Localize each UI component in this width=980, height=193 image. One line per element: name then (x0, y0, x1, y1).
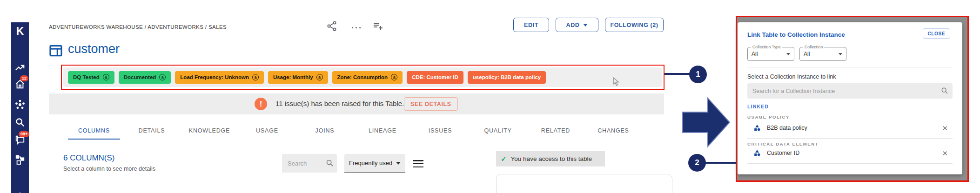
check-icon: ✓ (501, 155, 507, 163)
tag-zone[interactable]: Zone: Consumption a (332, 71, 403, 84)
instance-search-input[interactable] (747, 83, 953, 99)
columns-subtitle: Select a column to see more details (63, 166, 155, 172)
collection-type-label: Collection Type (751, 45, 782, 49)
chat-badge: 99+ (19, 131, 29, 137)
see-details-button[interactable]: SEE DETAILS (404, 97, 458, 111)
network-nodes-icon[interactable] (15, 100, 25, 110)
issues-alert-bar: ! 11 issue(s) has been raised for this T… (49, 93, 664, 114)
chevron-down-icon (396, 162, 401, 165)
auto-rule-icon: a (252, 74, 259, 80)
annotation-connector-1 (665, 73, 690, 75)
tab-usage[interactable]: USAGE (238, 122, 296, 140)
page: K 12 99+ ADVENTUREWORKS WAREHOUSE / ADVE… (0, 0, 980, 193)
warning-icon: ! (255, 98, 267, 110)
annotation-circle-2: 2 (688, 154, 706, 172)
linked-item-label: Customer ID (767, 150, 799, 156)
link-collection-modal: Link Table to Collection Instance CLOSE … (738, 22, 962, 174)
tab-changes[interactable]: CHANGES (584, 122, 642, 140)
divider (747, 138, 953, 139)
tab-issues[interactable]: ISSUES (411, 122, 469, 140)
auto-rule-icon: a (391, 74, 397, 80)
tab-knowledge[interactable]: KNOWLEDGE (181, 122, 238, 140)
remove-icon[interactable]: ✕ (942, 150, 948, 157)
remove-icon[interactable]: ✕ (942, 125, 948, 132)
close-button[interactable]: CLOSE (923, 28, 950, 39)
sidebar: K 12 99+ (11, 22, 29, 193)
select-instance-prompt: Select a Collection Instance to link (747, 73, 836, 80)
home-icon[interactable]: 12 (15, 79, 25, 89)
big-right-arrow (682, 97, 731, 150)
tag-label: CDE: Customer ID (412, 74, 458, 80)
following-button[interactable]: FOLLOWING (2) (605, 18, 664, 32)
tag-label: DQ Tested (73, 74, 100, 80)
usage-policy-group-label: USAGE POLICY (747, 114, 790, 120)
modal-title: Link Table to Collection Instance (747, 31, 845, 38)
chevron-down-icon (583, 24, 588, 27)
mouse-cursor (612, 77, 620, 88)
tag-label: Zone: Consumption (337, 74, 388, 80)
column-list-card (496, 174, 672, 193)
tab-bar: COLUMNS DETAILS KNOWLEDGE USAGE JOINS LI… (65, 122, 642, 140)
edit-button[interactable]: EDIT (513, 18, 549, 32)
trending-up-icon[interactable] (15, 63, 25, 73)
tag-usepolicy[interactable]: usepolicy: B2B data policy (468, 71, 546, 84)
search-icon (326, 159, 334, 167)
collection-label: Collection (803, 45, 824, 49)
add-button-label: ADD (566, 22, 580, 28)
tab-details[interactable]: DETAILS (123, 122, 181, 140)
linked-item-label: B2B data policy (767, 125, 807, 131)
divider (747, 67, 953, 67)
access-status-text: You have access to this table (511, 155, 592, 162)
sort-select-value: Frequently used (349, 160, 392, 166)
tag-bar: DQ Tested a Documented a Load Frequency:… (63, 67, 662, 87)
column-search (282, 154, 337, 173)
alert-text: 11 issue(s) has been raised for this Tab… (275, 100, 404, 107)
tab-columns[interactable]: COLUMNS (65, 122, 123, 140)
collection-type-value: All (752, 51, 758, 57)
tab-lineage[interactable]: LINEAGE (354, 122, 411, 140)
tag-label: Usage: Monthly (273, 74, 313, 80)
auto-rule-icon: a (103, 74, 109, 80)
collection-value: All (804, 51, 810, 57)
tag-label: Documented (124, 74, 156, 80)
tab-joins[interactable]: JOINS (296, 122, 354, 140)
list-view-icon[interactable] (413, 160, 423, 169)
tab-quality[interactable]: QUALITY (469, 122, 527, 140)
tag-documented[interactable]: Documented a (119, 71, 171, 84)
annotation-connector-2 (705, 162, 736, 164)
tag-dq-tested[interactable]: DQ Tested a (68, 71, 114, 84)
bookmark-icon[interactable] (15, 188, 25, 193)
tab-related[interactable]: RELATED (527, 122, 584, 140)
app-logo[interactable]: K (11, 25, 29, 38)
chat-icon[interactable]: 99+ (15, 135, 25, 145)
table-icon (48, 43, 63, 58)
share-icon[interactable] (326, 20, 337, 32)
sort-select[interactable]: Frequently used (344, 154, 405, 173)
hierarchy-icon[interactable] (15, 154, 25, 165)
linked-item-row: Customer ID ✕ (747, 146, 953, 160)
tag-cde[interactable]: CDE: Customer ID (407, 71, 463, 84)
more-options-icon[interactable]: ··· (351, 23, 362, 34)
tag-usage[interactable]: Usage: Monthly a (268, 71, 328, 84)
chevron-down-icon (839, 53, 842, 55)
divider (747, 163, 953, 164)
modal-backdrop: Link Table to Collection Instance CLOSE … (737, 17, 967, 180)
auto-rule-icon: a (316, 74, 323, 80)
instance-search (747, 83, 953, 99)
home-badge: 12 (20, 75, 28, 81)
playlist-add-icon[interactable] (372, 20, 383, 32)
linked-item-row: B2B data policy ✕ (747, 121, 953, 135)
chevron-down-icon (786, 53, 790, 55)
auto-rule-icon: a (159, 74, 166, 80)
collection-select[interactable]: Collection All (799, 47, 846, 61)
columns-count-heading: 6 COLUMN(S) (63, 153, 115, 163)
collection-instance-icon (753, 124, 761, 132)
collection-instance-icon (753, 149, 761, 157)
search-icon[interactable] (15, 117, 25, 127)
tag-load-frequency[interactable]: Load Frequency: Unknown a (175, 71, 264, 84)
add-button[interactable]: ADD (556, 18, 598, 32)
page-title: customer (68, 42, 120, 56)
search-icon (941, 87, 948, 94)
collection-type-select[interactable]: Collection Type All (747, 47, 794, 61)
breadcrumb[interactable]: ADVENTUREWORKS WAREHOUSE / ADVENTUREWORK… (49, 24, 227, 30)
